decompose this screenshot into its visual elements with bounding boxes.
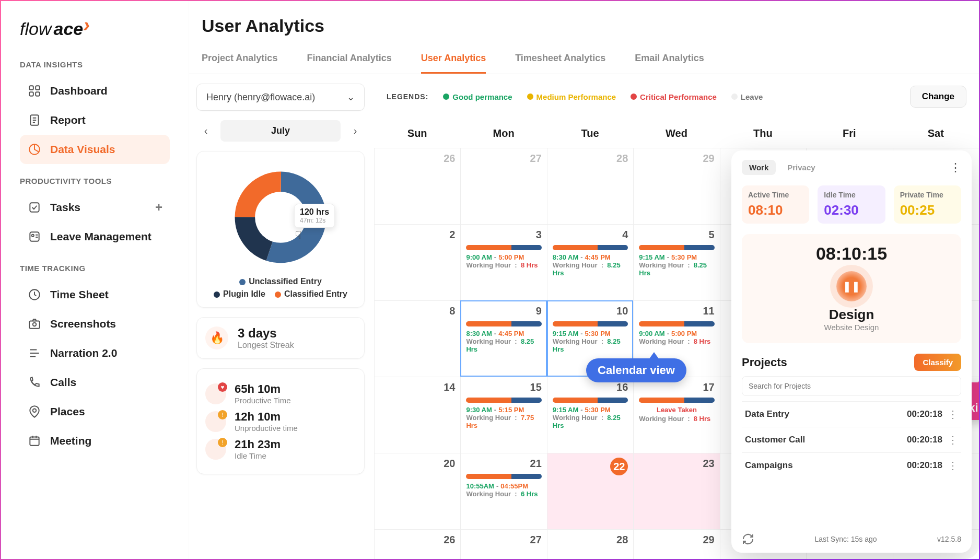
svg-rect-13 bbox=[30, 437, 39, 445]
weekday-header: Mon bbox=[460, 119, 546, 148]
sidebar-item-label: Calls bbox=[50, 376, 76, 389]
tab-email-analytics[interactable]: Email Analytics bbox=[635, 48, 704, 74]
badge-icon: ! bbox=[218, 438, 227, 447]
sidebar-item-narration[interactable]: Narration 2.0 bbox=[20, 339, 170, 368]
sidebar-item-dashboard[interactable]: Dashboard bbox=[20, 76, 170, 106]
classify-button[interactable]: Classify bbox=[914, 354, 961, 371]
time-range: 9:00 AM-5:00 PM bbox=[639, 330, 714, 337]
cell-date: 20 bbox=[380, 458, 455, 470]
calendar-cell[interactable]: 39:00 AM-5:00 PMWorking Hour : 8 Hrs bbox=[460, 224, 546, 300]
leave-management-icon bbox=[27, 229, 42, 244]
weekday-header: Tue bbox=[547, 119, 633, 148]
cell-date: 29 bbox=[639, 534, 714, 546]
working-hours: Working Hour : 8 Hrs bbox=[466, 261, 541, 269]
donut-card: 120 hrs 47m: 12s ☟ Unclassified Entry Pl… bbox=[196, 151, 365, 308]
calendar-cell[interactable]: 59:15 AM-5:30 PMWorking Hour : 8.25 Hrs bbox=[633, 224, 719, 300]
tab-financial-analytics[interactable]: Financial Analytics bbox=[307, 48, 391, 74]
project-item[interactable]: Customer Call00:20:18⋮ bbox=[742, 427, 961, 452]
sidebar-item-tasks[interactable]: Tasks+ bbox=[20, 193, 170, 222]
legend-bar: LEGENDS: Good permance Medium Performanc… bbox=[374, 74, 979, 119]
calendar-cell[interactable]: 14 bbox=[374, 377, 460, 453]
project-more-icon[interactable]: ⋮ bbox=[948, 408, 958, 421]
cell-date: 8 bbox=[380, 305, 455, 317]
svg-rect-10 bbox=[29, 321, 40, 329]
cell-date: 14 bbox=[380, 381, 455, 393]
project-item[interactable]: Campaigns00:20:18⋮ bbox=[742, 452, 961, 478]
left-panel: Henry (henry@flowace.ai) ⌄ ‹ July › bbox=[191, 74, 374, 559]
pause-button[interactable]: ❚❚ bbox=[836, 271, 867, 301]
user-select[interactable]: Henry (henry@flowace.ai) ⌄ bbox=[196, 84, 365, 111]
calendar-cell[interactable]: 22 bbox=[547, 453, 633, 529]
cell-date: 28 bbox=[553, 534, 628, 546]
tracker-more-icon[interactable]: ⋮ bbox=[950, 161, 961, 174]
time-stat-value: 21h 23m bbox=[235, 438, 281, 451]
version: v12.5.8 bbox=[937, 535, 961, 543]
project-item[interactable]: Data Entry00:20:18⋮ bbox=[742, 401, 961, 427]
activity-bar bbox=[553, 398, 628, 403]
calendar-cell[interactable]: 2 bbox=[374, 224, 460, 300]
project-search-input[interactable] bbox=[742, 376, 961, 396]
streak-label: Longest Streak bbox=[238, 341, 294, 350]
calendar-cell[interactable]: 2110:55AM-04:55PMWorking Hour : 6 Hrs bbox=[460, 453, 546, 529]
sidebar-item-places[interactable]: Places bbox=[20, 397, 170, 426]
calendar-cell[interactable]: 159:30 AM-5:15 PMWorking Hour : 7.75 Hrs bbox=[460, 377, 546, 453]
sidebar-item-report[interactable]: Report bbox=[20, 106, 170, 135]
tracker-tab-privacy[interactable]: Privacy bbox=[780, 160, 822, 175]
sidebar-item-leave-management[interactable]: Leave Management bbox=[20, 222, 170, 251]
calendar-cell[interactable]: 23 bbox=[633, 453, 719, 529]
activity-bar bbox=[553, 321, 628, 326]
calendar-cell[interactable]: 48:30 AM-4:45 PMWorking Hour : 8.25 Hrs bbox=[547, 224, 633, 300]
project-more-icon[interactable]: ⋮ bbox=[948, 434, 958, 446]
project-more-icon[interactable]: ⋮ bbox=[948, 459, 958, 472]
working-hours: Working Hour : 8 Hrs bbox=[639, 415, 714, 423]
calendar-cell[interactable]: 98:30 AM-4:45 PMWorking Hour : 8.25 Hrs bbox=[460, 300, 546, 377]
cell-date: 27 bbox=[466, 534, 541, 546]
calendar-cell[interactable]: 26 bbox=[374, 148, 460, 224]
calendar-cell[interactable]: 20 bbox=[374, 453, 460, 529]
calendar-cell[interactable]: 26 bbox=[374, 529, 460, 559]
svg-rect-3 bbox=[36, 92, 40, 96]
calendar-cell[interactable]: 28 bbox=[547, 148, 633, 224]
time-range: 8:30 AM-4:45 PM bbox=[466, 330, 541, 337]
logo-part1: flow bbox=[20, 19, 51, 39]
sidebar-item-label: Narration 2.0 bbox=[50, 347, 117, 359]
add-icon[interactable]: + bbox=[155, 200, 162, 215]
calendar-cell[interactable]: 29 bbox=[633, 529, 719, 559]
last-sync: Last Sync: 15s ago bbox=[754, 535, 937, 543]
next-month-button[interactable]: › bbox=[346, 122, 365, 141]
calendar-cell[interactable]: 17Leave TakenWorking Hour : 8 Hrs bbox=[633, 377, 719, 453]
avatar-icon: ! bbox=[205, 411, 226, 432]
calendar-cell[interactable]: 29 bbox=[633, 148, 719, 224]
time-sheet-icon bbox=[27, 287, 42, 302]
tab-timesheet-analytics[interactable]: Timesheet Analytics bbox=[515, 48, 605, 74]
calendar-cell[interactable]: 8 bbox=[374, 300, 460, 377]
refresh-icon[interactable] bbox=[742, 533, 754, 545]
change-button[interactable]: Change bbox=[910, 86, 966, 108]
calendar-cell[interactable]: 27 bbox=[460, 148, 546, 224]
leave-tag: Leave Taken bbox=[639, 406, 714, 414]
tracker-tab-work[interactable]: Work bbox=[742, 160, 776, 175]
donut-tooltip: 120 hrs 47m: 12s bbox=[294, 204, 335, 228]
stat-private-time: Private Time 00:25 bbox=[894, 185, 961, 224]
calendar-cell[interactable]: 27 bbox=[460, 529, 546, 559]
svg-rect-7 bbox=[30, 232, 39, 241]
screenshots-icon bbox=[27, 317, 42, 331]
sidebar-item-data-visuals[interactable]: Data Visuals bbox=[20, 135, 170, 164]
prev-month-button[interactable]: ‹ bbox=[196, 122, 215, 141]
sidebar-item-meeting[interactable]: Meeting bbox=[20, 426, 170, 456]
calendar-cell[interactable]: 169:15 AM-5:30 PMWorking Hour : 8.25 Hrs bbox=[547, 377, 633, 453]
working-hours: Working Hour : 6 Hrs bbox=[466, 490, 541, 498]
month-label[interactable]: July bbox=[220, 120, 341, 142]
tab-project-analytics[interactable]: Project Analytics bbox=[202, 48, 277, 74]
activity-bar bbox=[466, 321, 541, 326]
sidebar-item-screenshots[interactable]: Screenshots bbox=[20, 309, 170, 339]
sidebar-item-calls[interactable]: Calls bbox=[20, 368, 170, 397]
calls-icon bbox=[27, 375, 42, 390]
activity-bar bbox=[639, 245, 714, 250]
tab-user-analytics[interactable]: User Analytics bbox=[421, 48, 486, 74]
sidebar-item-time-sheet[interactable]: Time Sheet bbox=[20, 280, 170, 309]
calendar-cell[interactable]: 28 bbox=[547, 529, 633, 559]
legends-label: LEGENDS: bbox=[387, 92, 428, 101]
project-name: Campaigns bbox=[745, 460, 907, 471]
user-select-value: Henry (henry@flowace.ai) bbox=[206, 92, 315, 103]
